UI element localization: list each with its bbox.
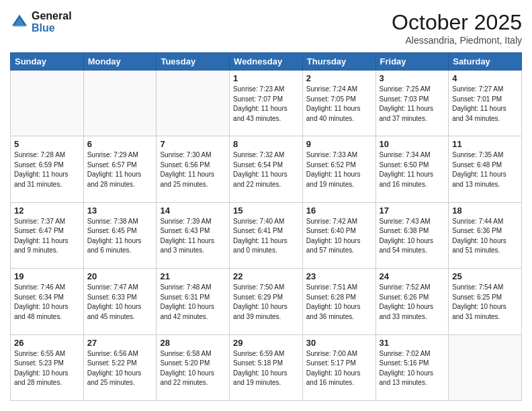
day-info: Sunrise: 7:42 AM Sunset: 6:40 PM Dayligh… <box>306 217 372 256</box>
col-friday: Friday <box>375 53 449 71</box>
day-number: 17 <box>380 205 445 216</box>
day-info: Sunrise: 6:56 AM Sunset: 5:22 PM Dayligh… <box>87 349 153 388</box>
day-number: 21 <box>160 271 226 281</box>
calendar-cell: 10Sunrise: 7:34 AM Sunset: 6:50 PM Dayli… <box>375 136 449 202</box>
day-number: 5 <box>14 139 80 149</box>
calendar-week-row: 19Sunrise: 7:46 AM Sunset: 6:34 PM Dayli… <box>11 269 522 334</box>
day-number: 30 <box>306 338 372 348</box>
logo: General Blue <box>10 10 72 34</box>
day-number: 14 <box>160 205 226 216</box>
calendar-cell: 9Sunrise: 7:33 AM Sunset: 6:52 PM Daylig… <box>302 136 375 202</box>
calendar-cell: 11Sunrise: 7:35 AM Sunset: 6:48 PM Dayli… <box>449 136 522 202</box>
calendar-week-row: 5Sunrise: 7:28 AM Sunset: 6:59 PM Daylig… <box>11 136 522 202</box>
title-block: October 2025 Alessandria, Piedmont, Ital… <box>392 10 522 46</box>
day-info: Sunrise: 7:29 AM Sunset: 6:57 PM Dayligh… <box>87 150 153 189</box>
col-monday: Monday <box>83 53 157 71</box>
calendar-cell: 5Sunrise: 7:28 AM Sunset: 6:59 PM Daylig… <box>11 136 84 202</box>
col-thursday: Thursday <box>302 53 375 71</box>
calendar-week-row: 26Sunrise: 6:55 AM Sunset: 5:23 PM Dayli… <box>11 334 522 400</box>
day-number: 15 <box>233 205 299 216</box>
day-number: 7 <box>160 139 226 149</box>
calendar-cell <box>449 334 522 400</box>
day-number: 26 <box>14 338 80 348</box>
day-info: Sunrise: 6:59 AM Sunset: 5:18 PM Dayligh… <box>233 349 299 388</box>
day-info: Sunrise: 7:23 AM Sunset: 7:07 PM Dayligh… <box>233 85 299 124</box>
day-number: 31 <box>380 338 445 348</box>
day-info: Sunrise: 7:35 AM Sunset: 6:48 PM Dayligh… <box>452 150 518 189</box>
day-number: 4 <box>452 73 518 83</box>
day-info: Sunrise: 7:40 AM Sunset: 6:41 PM Dayligh… <box>233 217 299 256</box>
day-info: Sunrise: 7:39 AM Sunset: 6:43 PM Dayligh… <box>160 217 226 256</box>
calendar-cell: 19Sunrise: 7:46 AM Sunset: 6:34 PM Dayli… <box>11 269 84 334</box>
day-info: Sunrise: 7:28 AM Sunset: 6:59 PM Dayligh… <box>14 150 80 189</box>
day-number: 18 <box>452 205 518 216</box>
calendar-cell: 13Sunrise: 7:38 AM Sunset: 6:45 PM Dayli… <box>83 202 157 268</box>
calendar-cell: 26Sunrise: 6:55 AM Sunset: 5:23 PM Dayli… <box>11 334 84 400</box>
day-number: 11 <box>452 139 518 149</box>
col-tuesday: Tuesday <box>157 53 230 71</box>
calendar-cell: 12Sunrise: 7:37 AM Sunset: 6:47 PM Dayli… <box>11 202 84 268</box>
day-number: 27 <box>87 338 153 348</box>
day-info: Sunrise: 7:50 AM Sunset: 6:29 PM Dayligh… <box>233 283 299 322</box>
calendar-cell: 31Sunrise: 7:02 AM Sunset: 5:16 PM Dayli… <box>375 334 449 400</box>
calendar-cell: 27Sunrise: 6:56 AM Sunset: 5:22 PM Dayli… <box>83 334 157 400</box>
day-info: Sunrise: 7:46 AM Sunset: 6:34 PM Dayligh… <box>14 283 80 322</box>
calendar-week-row: 1Sunrise: 7:23 AM Sunset: 7:07 PM Daylig… <box>11 71 522 136</box>
calendar-cell: 21Sunrise: 7:48 AM Sunset: 6:31 PM Dayli… <box>157 269 230 334</box>
calendar-cell: 20Sunrise: 7:47 AM Sunset: 6:33 PM Dayli… <box>83 269 157 334</box>
location: Alessandria, Piedmont, Italy <box>392 35 522 46</box>
calendar-cell: 4Sunrise: 7:27 AM Sunset: 7:01 PM Daylig… <box>449 71 522 136</box>
day-number: 25 <box>452 271 518 281</box>
day-number: 19 <box>14 271 80 281</box>
day-info: Sunrise: 7:27 AM Sunset: 7:01 PM Dayligh… <box>452 85 518 124</box>
day-number: 8 <box>233 139 299 149</box>
day-info: Sunrise: 7:43 AM Sunset: 6:38 PM Dayligh… <box>380 217 445 256</box>
day-info: Sunrise: 7:33 AM Sunset: 6:52 PM Dayligh… <box>306 150 372 189</box>
day-number: 3 <box>380 73 445 83</box>
day-info: Sunrise: 7:37 AM Sunset: 6:47 PM Dayligh… <box>14 217 80 256</box>
day-number: 16 <box>306 205 372 216</box>
calendar-cell: 2Sunrise: 7:24 AM Sunset: 7:05 PM Daylig… <box>302 71 375 136</box>
day-info: Sunrise: 7:44 AM Sunset: 6:36 PM Dayligh… <box>452 217 518 256</box>
calendar-cell: 29Sunrise: 6:59 AM Sunset: 5:18 PM Dayli… <box>230 334 303 400</box>
calendar-cell: 1Sunrise: 7:23 AM Sunset: 7:07 PM Daylig… <box>230 71 303 136</box>
day-number: 24 <box>380 271 445 281</box>
header: General Blue October 2025 Alessandria, P… <box>10 10 522 46</box>
calendar-table: Sunday Monday Tuesday Wednesday Thursday… <box>10 52 522 401</box>
day-info: Sunrise: 7:32 AM Sunset: 6:54 PM Dayligh… <box>233 150 299 189</box>
calendar-cell: 22Sunrise: 7:50 AM Sunset: 6:29 PM Dayli… <box>230 269 303 334</box>
day-info: Sunrise: 7:51 AM Sunset: 6:28 PM Dayligh… <box>306 283 372 322</box>
calendar-cell: 14Sunrise: 7:39 AM Sunset: 6:43 PM Dayli… <box>157 202 230 268</box>
day-number: 6 <box>87 139 153 149</box>
col-wednesday: Wednesday <box>230 53 303 71</box>
calendar-cell: 17Sunrise: 7:43 AM Sunset: 6:38 PM Dayli… <box>375 202 449 268</box>
day-number: 20 <box>87 271 153 281</box>
day-info: Sunrise: 6:58 AM Sunset: 5:20 PM Dayligh… <box>160 349 226 388</box>
calendar-cell: 16Sunrise: 7:42 AM Sunset: 6:40 PM Dayli… <box>302 202 375 268</box>
calendar-week-row: 12Sunrise: 7:37 AM Sunset: 6:47 PM Dayli… <box>11 202 522 268</box>
day-number: 23 <box>306 271 372 281</box>
day-info: Sunrise: 7:24 AM Sunset: 7:05 PM Dayligh… <box>306 85 372 124</box>
day-info: Sunrise: 6:55 AM Sunset: 5:23 PM Dayligh… <box>14 349 80 388</box>
day-info: Sunrise: 7:34 AM Sunset: 6:50 PM Dayligh… <box>380 150 445 189</box>
calendar-cell <box>83 71 157 136</box>
day-number: 9 <box>306 139 372 149</box>
day-info: Sunrise: 7:52 AM Sunset: 6:26 PM Dayligh… <box>380 283 445 322</box>
day-number: 1 <box>233 73 299 83</box>
day-info: Sunrise: 7:30 AM Sunset: 6:56 PM Dayligh… <box>160 150 226 189</box>
day-info: Sunrise: 7:47 AM Sunset: 6:33 PM Dayligh… <box>87 283 153 322</box>
calendar-header-row: Sunday Monday Tuesday Wednesday Thursday… <box>11 53 522 71</box>
day-number: 2 <box>306 73 372 83</box>
month-title: October 2025 <box>392 10 522 35</box>
day-info: Sunrise: 7:48 AM Sunset: 6:31 PM Dayligh… <box>160 283 226 322</box>
day-number: 12 <box>14 205 80 216</box>
calendar-cell: 24Sunrise: 7:52 AM Sunset: 6:26 PM Dayli… <box>375 269 449 334</box>
logo-icon <box>10 13 29 32</box>
calendar-cell: 6Sunrise: 7:29 AM Sunset: 6:57 PM Daylig… <box>83 136 157 202</box>
day-number: 29 <box>233 338 299 348</box>
page: General Blue October 2025 Alessandria, P… <box>0 0 532 411</box>
calendar-cell: 18Sunrise: 7:44 AM Sunset: 6:36 PM Dayli… <box>449 202 522 268</box>
day-info: Sunrise: 7:25 AM Sunset: 7:03 PM Dayligh… <box>380 85 445 124</box>
calendar-cell <box>157 71 230 136</box>
calendar-cell <box>11 71 84 136</box>
